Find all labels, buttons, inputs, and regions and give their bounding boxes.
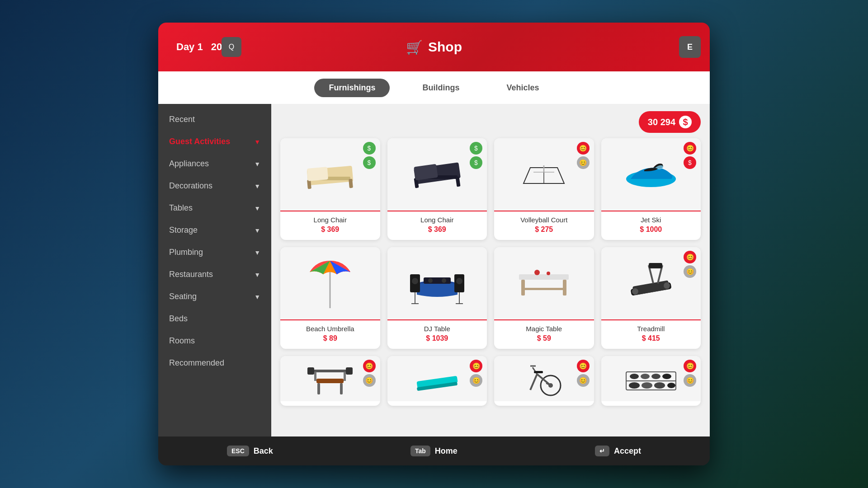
chevron-down-icon: ▼ [254, 293, 260, 300]
sidebar-item-plumbing[interactable]: Plumbing ▼ [158, 241, 271, 263]
item-image-dj-table [387, 247, 487, 319]
svg-rect-30 [521, 288, 566, 290]
svg-rect-16 [424, 277, 451, 284]
sidebar-item-rooms[interactable]: Rooms [158, 330, 271, 352]
exercise-bike-svg [517, 358, 571, 399]
q-button[interactable]: Q [222, 37, 241, 57]
sidebar-item-recommended[interactable]: Recommended [158, 352, 271, 374]
item-image-weights-rack: 😊 😊 [601, 356, 701, 401]
item-badges: 😊 😊 [684, 360, 696, 387]
item-card-dj-table[interactable]: DJ Table $ 1039 [387, 247, 487, 349]
item-badges: 😊 😊 [577, 142, 590, 169]
item-name: Long Chair [393, 216, 482, 224]
item-name: Beach Umbrella [286, 325, 375, 333]
beach-umbrella-svg [303, 254, 357, 313]
item-info-long-chair-1: Long Chair $ 369 [280, 211, 380, 240]
badge-face: 😊 [684, 251, 696, 263]
badge-face-2: 😊 [577, 156, 590, 169]
item-card-exercise-bike[interactable]: 😊 😊 [494, 356, 594, 406]
item-price: $ 275 [500, 225, 589, 234]
svg-point-32 [547, 272, 550, 275]
chevron-down-icon: ▼ [254, 227, 260, 234]
item-card-magic-table[interactable]: Magic Table $ 59 [494, 247, 594, 349]
badge-face: 😊 [577, 142, 590, 155]
sidebar-item-decorations[interactable]: Decorations ▼ [158, 175, 271, 197]
sidebar-item-appliances[interactable]: Appliances ▼ [158, 153, 271, 175]
badge-face: 😊 [470, 360, 482, 372]
header: Day 1 20:19 Q 🛒 Shop E [158, 23, 710, 71]
sidebar-item-guest-activities[interactable]: Guest Activities ▼ [158, 131, 271, 153]
badge-face: 😊 [363, 360, 376, 372]
item-image-treadmill: 😊 😊 [601, 247, 701, 319]
item-card-volleyball-court[interactable]: 😊 😊 Vo [494, 138, 594, 240]
item-badges: 😊 $ [684, 142, 696, 169]
svg-point-31 [534, 270, 540, 275]
item-info-treadmill: Treadmill $ 415 [601, 319, 701, 349]
tab-furnishings[interactable]: Furnishings [314, 79, 390, 97]
item-price: $ 369 [286, 225, 375, 234]
item-badges: 😊 😊 [470, 360, 482, 387]
item-card-weights-rack[interactable]: 😊 😊 [601, 356, 701, 406]
badge-face-2: 😊 [577, 374, 590, 387]
items-grid: $ $ Long Chair [280, 138, 701, 406]
tab-vehicles[interactable]: Vehicles [492, 79, 553, 97]
item-info-volleyball-court: Volleyball Court $ 275 [494, 211, 594, 240]
svg-rect-42 [307, 367, 314, 375]
sidebar-item-storage[interactable]: Storage ▼ [158, 219, 271, 241]
shop-window: Day 1 20:19 Q 🛒 Shop E Furnishings Build… [158, 23, 710, 465]
badge-face: 😊 [684, 360, 696, 372]
badge-dollar: $ [684, 156, 696, 169]
svg-rect-47 [314, 372, 316, 381]
cart-icon: 🛒 [406, 39, 423, 55]
item-image-exercise-bike: 😊 😊 [494, 356, 594, 401]
item-price: $ 1000 [607, 225, 696, 234]
svg-rect-58 [534, 371, 543, 373]
svg-point-63 [651, 374, 660, 379]
magic-table-svg [514, 261, 573, 306]
item-card-bench-press[interactable]: 😊 😊 [280, 356, 380, 406]
svg-point-18 [442, 278, 446, 283]
svg-rect-43 [346, 367, 353, 375]
item-badges: 😊 😊 [684, 251, 696, 278]
svg-rect-46 [340, 383, 343, 394]
item-image-bench-press: 😊 😊 [280, 356, 380, 401]
item-card-long-chair-2[interactable]: $ $ Long Chair $ 369 [387, 138, 487, 240]
item-price: $ 89 [286, 334, 375, 343]
svg-rect-28 [521, 280, 525, 296]
treadmill-svg [624, 256, 678, 310]
item-price: $ 369 [393, 225, 482, 234]
svg-rect-45 [317, 383, 320, 394]
dj-table-svg [408, 258, 467, 308]
sidebar-item-seating[interactable]: Seating ▼ [158, 286, 271, 308]
badge-face-2: 😊 [470, 374, 482, 387]
chevron-down-icon: ▼ [254, 183, 260, 190]
e-button[interactable]: E [679, 36, 701, 58]
item-card-beach-umbrella[interactable]: Beach Umbrella $ 89 [280, 247, 380, 349]
item-card-step-bench[interactable]: 😊 😊 [387, 356, 487, 406]
sidebar-item-recent[interactable]: Recent [158, 108, 271, 131]
item-name: DJ Table [393, 325, 482, 333]
volleyball-court-svg [514, 152, 573, 197]
item-badges: $ $ [363, 142, 376, 169]
sidebar-item-restaurants[interactable]: Restaurants ▼ [158, 263, 271, 286]
back-button[interactable]: ESC Back [227, 446, 273, 456]
sidebar-item-tables[interactable]: Tables ▼ [158, 197, 271, 219]
item-card-long-chair-1[interactable]: $ $ Long Chair [280, 138, 380, 240]
weights-rack-svg [622, 358, 680, 399]
item-card-jet-ski[interactable]: 😊 $ [601, 138, 701, 240]
item-badges: 😊 😊 [363, 360, 376, 387]
tab-buildings[interactable]: Buildings [408, 79, 474, 97]
svg-point-22 [456, 278, 462, 284]
home-button[interactable]: Tab Home [410, 446, 458, 456]
item-card-treadmill[interactable]: 😊 😊 [601, 247, 701, 349]
long-chair-light-svg [301, 152, 359, 197]
svg-point-61 [630, 374, 639, 379]
item-badges: 😊 😊 [577, 360, 590, 387]
badge-face-2: 😊 [684, 374, 696, 387]
item-info-dj-table: DJ Table $ 1039 [387, 319, 487, 349]
sidebar-item-beds[interactable]: Beds [158, 308, 271, 330]
item-name: Jet Ski [607, 216, 696, 224]
item-image-step-bench: 😊 😊 [387, 356, 487, 401]
item-name: Long Chair [286, 216, 375, 224]
accept-button[interactable]: ↵ Accept [595, 446, 641, 456]
